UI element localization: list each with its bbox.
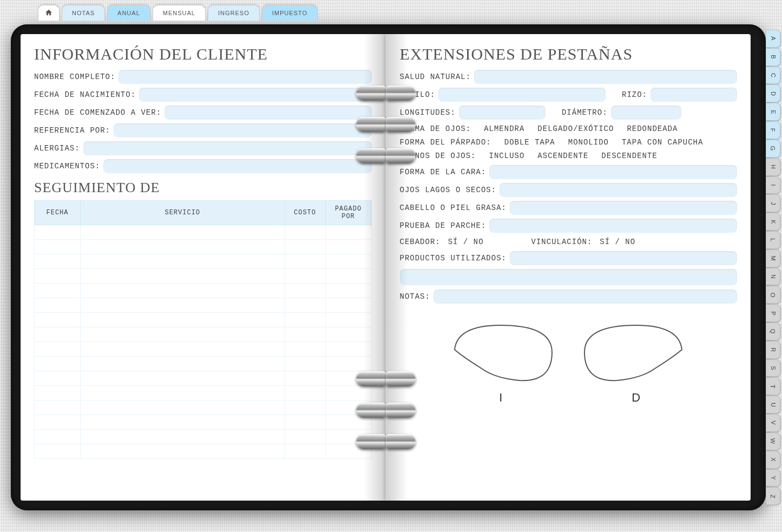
input-lengths[interactable] [459,106,546,120]
alpha-tab-r[interactable]: R [766,341,780,359]
table-row[interactable] [35,400,372,415]
table-row[interactable] [35,327,372,342]
opt-eyeshape-0[interactable]: ALMENDRA [484,124,524,133]
alpha-tab-x[interactable]: X [766,451,780,469]
table-row[interactable] [35,313,372,327]
label-style: ESTILO: [400,90,436,99]
opt-eyeplane-1[interactable]: ASCENDENTE [537,152,588,160]
tab-impuesto[interactable]: IMPUESTO [262,5,318,21]
alpha-tab-g[interactable]: G [766,140,780,157]
label-face: FORMA DE LA CARA: [400,168,487,176]
alpha-tab-o[interactable]: O [766,286,780,304]
col-pagado: PAGADO POR [325,201,371,225]
alpha-tab-q[interactable]: Q [766,323,780,340]
input-health[interactable] [474,70,737,84]
opt-eyeplane-2[interactable]: DESCENDENTE [601,152,657,160]
page-left: INFORMACIÓN DEL CLIENTE NOMBRE COMPLETO:… [21,34,386,501]
input-style[interactable] [438,88,606,102]
input-dob[interactable] [139,88,371,102]
table-row[interactable] [35,386,372,400]
table-row[interactable] [35,240,372,254]
alpha-tab-p[interactable]: P [766,304,780,322]
col-servicio: SERVICIO [81,201,285,225]
label-name: NOMBRE COMPLETO: [34,73,115,81]
table-row[interactable] [35,225,372,240]
home-icon [45,9,52,16]
alpha-tab-h[interactable]: H [766,158,780,176]
right-title: EXTENSIONES DE PESTAÑAS [400,45,738,63]
input-meds[interactable] [103,159,371,173]
input-products-2[interactable] [400,269,738,285]
label-notes: NOTAS: [400,292,430,301]
pad-label-right: D [579,391,693,405]
alpha-tab-l[interactable]: L [766,231,780,249]
label-dob: FECHA DE NACIMIENTO: [34,90,136,99]
alpha-tabs: ABCDEFGHIJKLMNOPQRSTUVWXYZ [766,30,780,505]
alpha-tab-m[interactable]: M [766,249,780,267]
input-ref[interactable] [114,123,371,137]
input-allergies[interactable] [83,141,372,155]
input-face[interactable] [489,165,737,179]
label-curl: RIZO: [622,90,647,99]
opt-eyeshape-2[interactable]: REDONDEADA [627,124,678,133]
top-tabs: NOTAS ANUAL MENSUAL INGRESO IMPUESTO [38,5,318,21]
opt-primer[interactable]: SÍ / NO [448,238,484,246]
alpha-tab-s[interactable]: S [766,359,780,377]
alpha-tab-a[interactable]: A [766,30,780,48]
page-right: EXTENSIONES DE PESTAÑAS SALUD NATURAL: E… [386,34,751,501]
tracking-table: FECHA SERVICIO COSTO PAGADO POR [34,200,372,459]
opt-lidshape-1[interactable]: MONOLIDO [568,138,609,147]
table-row[interactable] [35,357,372,371]
alpha-tab-z[interactable]: Z [766,487,780,505]
alpha-tab-n[interactable]: N [766,268,780,286]
input-patch[interactable] [489,219,737,233]
table-row[interactable] [35,430,372,444]
table-row[interactable] [35,342,372,357]
opt-eyeplane-0[interactable]: INCLUSO [489,152,525,160]
input-watery[interactable] [500,183,737,197]
input-curl[interactable] [650,88,737,102]
alpha-tab-e[interactable]: E [766,103,780,121]
label-ref: REFERENCIA POR: [34,126,110,135]
alpha-tab-w[interactable]: W [766,432,780,450]
input-notes[interactable] [433,290,737,304]
input-diameter[interactable] [611,106,681,120]
tab-ingreso[interactable]: INGRESO [208,5,260,21]
alpha-tab-d[interactable]: D [766,84,780,102]
label-patch: PRUEBA DE PARCHE: [400,221,487,230]
label-start: FECHA DE COMENZADO A VER: [34,108,161,117]
opt-bond[interactable]: SÍ / NO [600,238,635,246]
input-start[interactable] [165,106,371,120]
table-row[interactable] [35,298,372,313]
pad-label-left: I [444,391,557,405]
eye-pads: I D [400,320,738,405]
table-row[interactable] [35,415,372,430]
alpha-tab-i[interactable]: I [766,176,780,194]
col-fecha: FECHA [35,201,81,225]
table-row[interactable] [35,269,372,284]
opt-eyeshape-1[interactable]: DELGADO/EXÓTICO [537,124,614,133]
alpha-tab-f[interactable]: F [766,121,780,139]
tab-mensual[interactable]: MENSUAL [153,5,206,21]
tab-anual[interactable]: ANUAL [107,5,150,21]
table-row[interactable] [35,371,372,386]
input-products[interactable] [510,251,737,265]
alpha-tab-k[interactable]: K [766,213,780,231]
alpha-tab-y[interactable]: Y [766,469,780,487]
alpha-tab-v[interactable]: V [766,414,780,432]
tab-home[interactable] [38,5,60,21]
alpha-tab-c[interactable]: C [766,67,780,84]
table-row[interactable] [35,444,372,459]
opt-lidshape-0[interactable]: DOBLE TAPA [504,138,555,147]
opt-lidshape-2[interactable]: TAPA CON CAPUCHA [622,138,703,147]
alpha-tab-t[interactable]: T [766,377,780,395]
table-row[interactable] [35,284,372,298]
alpha-tab-b[interactable]: B [766,48,780,66]
input-name[interactable] [119,70,371,84]
alpha-tab-j[interactable]: J [766,194,780,212]
pages: INFORMACIÓN DEL CLIENTE NOMBRE COMPLETO:… [21,34,751,501]
alpha-tab-u[interactable]: U [766,396,780,413]
input-oily[interactable] [510,201,737,215]
tab-notas[interactable]: NOTAS [62,5,105,21]
table-row[interactable] [35,254,372,269]
